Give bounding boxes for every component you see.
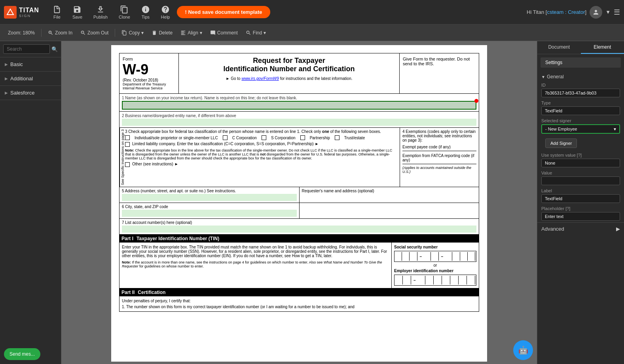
field1-label: 1 Name (as shown on your income tax retu… — [122, 96, 297, 100]
cb-scorp[interactable] — [262, 135, 266, 140]
field3-note: Note: Check the appropriate box in the l… — [125, 148, 397, 160]
file-button[interactable]: File — [49, 4, 65, 21]
form-number: W-9 — [123, 61, 175, 78]
cert1: 1. The number shown on this form is my c… — [122, 305, 476, 309]
field7-input[interactable] — [122, 226, 476, 233]
cb-llc[interactable] — [125, 142, 130, 147]
checkbox-row1: Individual/sole proprietor or single-mem… — [125, 135, 397, 140]
delete-button[interactable]: Delete — [148, 28, 176, 37]
settings-button[interactable]: Settings — [541, 57, 621, 68]
part2-content: Under penalties of perjury, I certify th… — [119, 296, 479, 312]
form-dept2: Internal Revenue Service — [123, 86, 175, 90]
system-value-label: Use system value [?] — [541, 153, 620, 157]
avatar[interactable] — [590, 6, 602, 19]
ssn-cell8 — [461, 252, 468, 261]
cb-other[interactable] — [125, 162, 130, 167]
chatbot-widget[interactable]: 🤖 — [513, 340, 533, 360]
chevron-right-icon3: ▶ — [5, 91, 8, 95]
part2-title: Part II — [121, 290, 135, 295]
user-text: Hi Titan [csteam : Creator] — [527, 9, 586, 15]
ein-cell2 — [404, 276, 411, 284]
field6-col: 6 City, state, and ZIP code — [119, 203, 300, 218]
ein-grid: – — [394, 275, 476, 286]
zoom-out-button[interactable]: Zoom Out — [77, 28, 112, 37]
chevron-down-icon2: ▼ — [541, 75, 545, 79]
label-input[interactable] — [541, 194, 620, 203]
publish-button[interactable]: Publish — [89, 4, 112, 21]
cert-text: Under penalties of perjury, I certify th… — [122, 299, 476, 303]
search-box: 🔍 — [0, 41, 61, 57]
form-give: Give Form to the requester. Do not send … — [400, 53, 479, 93]
system-select[interactable]: None — [541, 159, 620, 167]
part2-header: Part II Certification — [119, 288, 479, 296]
placeholder-label: Placeholder [?] — [541, 206, 620, 211]
signer-select[interactable]: - New Employee - Signer 1 - Signer 2 — [541, 124, 620, 134]
add-signer-button[interactable]: Add Signer — [545, 138, 577, 148]
zoom-in-button[interactable]: Zoom In — [45, 28, 76, 37]
sidebar-item-basic[interactable]: ▶ Basic — [0, 57, 61, 72]
value-input[interactable] — [541, 176, 620, 185]
advanced-row[interactable]: Advanced ▶ — [537, 222, 624, 235]
part1-text-col: Enter your TIN in the appropriate box. T… — [119, 243, 392, 288]
sidebar-item-salesforce[interactable]: ▶ Salesforce — [0, 86, 61, 100]
cb-trust[interactable] — [335, 135, 340, 140]
type-label: Type — [541, 100, 620, 105]
value-field-row: Value — [537, 169, 624, 187]
exempt-payee-label: Exempt payee code (if any) — [402, 145, 476, 149]
save-button[interactable]: Save — [68, 4, 86, 21]
id-field-row: ID 7b365317-bf33-47ad-9b03 — [537, 81, 624, 99]
field5-input[interactable] — [122, 194, 297, 201]
cb-scorp-label: S Corporation — [271, 136, 296, 140]
search-input[interactable] — [3, 44, 50, 54]
cb-other-label: Other (see instructions) ► — [132, 162, 178, 166]
form-title-line2: Identification Number and Certification — [182, 65, 396, 73]
irs-url[interactable]: www.irs.gov/FormW9 — [241, 76, 279, 81]
type-field-row: Type TextField — [537, 99, 624, 117]
tips-button[interactable]: Tips — [137, 4, 154, 21]
cb-llc-label: Limited liability company. Enter the tax… — [132, 142, 319, 146]
signer-select-wrapper: - New Employee - Signer 1 - Signer 2 — [541, 124, 620, 134]
ssn-cell6 — [446, 252, 452, 261]
field6-input[interactable] — [122, 210, 297, 217]
clone-button[interactable]: Clone — [115, 4, 134, 21]
menu-icon[interactable]: ☰ — [614, 8, 620, 17]
doc-scroll[interactable]: Form W-9 (Rev. October 2018) Department … — [61, 41, 537, 364]
cb-individual[interactable] — [125, 135, 130, 140]
tab-document[interactable]: Document — [537, 41, 581, 54]
field3-label: 3 Check appropriate box for federal tax … — [125, 129, 397, 134]
ein-cell6 — [443, 276, 450, 284]
help-button[interactable]: Help — [157, 4, 174, 21]
additional-label: Additional — [10, 76, 33, 82]
placeholder-input[interactable] — [541, 212, 620, 221]
copy-button[interactable]: Copy ▾ — [118, 28, 147, 37]
logo-icon — [4, 6, 17, 19]
publish-label: Publish — [93, 15, 108, 19]
ssn-sep2: – — [440, 254, 445, 259]
sidebar-item-additional[interactable]: ▶ Additional — [0, 72, 61, 86]
send-message-button[interactable]: Send mes... — [4, 348, 40, 360]
save-alert-button[interactable]: ! Need save document template — [177, 6, 270, 18]
ein-cell5 — [434, 276, 442, 284]
ssn-cell5 — [432, 252, 438, 261]
system-value-row: Use system value [?] None — [537, 151, 624, 169]
ein-cell1 — [395, 276, 403, 284]
field3-main: 3 Check appropriate box for federal tax … — [123, 128, 400, 187]
comment-button[interactable]: Comment — [207, 28, 241, 37]
part1-title: Part I — [121, 236, 133, 241]
chevron-down-icon[interactable]: ▼ — [605, 9, 611, 15]
find-button[interactable]: Find ▾ — [243, 28, 269, 37]
ssn-cell4 — [424, 252, 431, 261]
ssn-cell2 — [403, 252, 410, 261]
field1-input[interactable] — [122, 101, 476, 110]
zoom-level: Zoom: 180% — [5, 28, 38, 37]
type-select[interactable]: TextField — [541, 106, 620, 115]
align-button[interactable]: Align ▾ — [177, 28, 205, 37]
separator1 — [41, 29, 42, 37]
field2-input[interactable] — [122, 119, 476, 126]
form-header-left: Form W-9 (Rev. October 2018) Department … — [119, 53, 179, 93]
exemptions-box: 4 Exemptions (codes apply only to certai… — [400, 128, 479, 187]
tab-element[interactable]: Element — [581, 41, 624, 54]
cb-ccorp[interactable] — [223, 135, 228, 140]
cb-partnership[interactable] — [300, 135, 305, 140]
exempt-fatca-label: Exemption from FATCA reporting code (if … — [402, 154, 476, 162]
